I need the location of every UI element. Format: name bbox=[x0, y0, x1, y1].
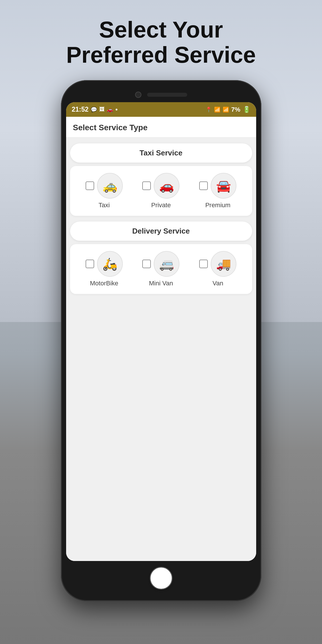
home-button[interactable] bbox=[150, 567, 173, 590]
van-vehicle-circle: 🚚 bbox=[211, 251, 236, 277]
minivan-label: Mini Van bbox=[149, 280, 173, 287]
van-checkbox[interactable] bbox=[199, 260, 208, 268]
status-battery: 7% bbox=[231, 106, 240, 113]
taxi-service-label[interactable]: Taxi Service bbox=[70, 143, 252, 163]
phone-bottom bbox=[150, 561, 173, 592]
phone-top bbox=[66, 89, 256, 102]
motorbike-option: 🛵 MotorBike bbox=[86, 251, 123, 287]
premium-label: Premium bbox=[205, 202, 230, 209]
minivan-option: 🚐 Mini Van bbox=[142, 251, 179, 287]
minivan-vehicle-circle: 🚐 bbox=[154, 251, 179, 277]
van-option-row: 🚚 bbox=[199, 251, 236, 277]
status-icon-chat: 💬 bbox=[91, 106, 97, 113]
premium-vehicle-circle: 🚘 bbox=[211, 173, 236, 199]
status-right: 📍 📶 📶 7% 🔋 bbox=[206, 106, 250, 113]
taxi-label: Taxi bbox=[98, 202, 110, 209]
phone-camera bbox=[135, 92, 141, 98]
page-title-section: Select Your Preferred Service bbox=[0, 17, 322, 68]
taxi-emoji: 🚕 bbox=[102, 179, 117, 193]
status-left: 21:52 💬 🖼 🚗 • bbox=[72, 106, 118, 113]
status-battery-icon: 🔋 bbox=[243, 106, 250, 113]
motorbike-option-row: 🛵 bbox=[86, 251, 123, 277]
motorbike-vehicle-circle: 🛵 bbox=[97, 251, 123, 277]
minivan-emoji: 🚐 bbox=[159, 257, 174, 271]
phone-speaker bbox=[147, 93, 187, 97]
motorbike-checkbox[interactable] bbox=[86, 260, 94, 268]
status-icon-location: 📍 bbox=[206, 106, 212, 113]
delivery-service-section: Delivery Service 🛵 MotorBike bbox=[70, 222, 252, 294]
taxi-option-row: 🚕 bbox=[86, 173, 123, 199]
status-time: 21:52 bbox=[72, 106, 89, 113]
content-area: Taxi Service 🚕 Taxi bbox=[66, 138, 256, 561]
delivery-service-label[interactable]: Delivery Service bbox=[70, 222, 252, 241]
private-label: Private bbox=[151, 202, 171, 209]
delivery-options-card: 🛵 MotorBike 🚐 Mini Van bbox=[70, 244, 252, 294]
private-emoji: 🚗 bbox=[159, 179, 174, 193]
van-label: Van bbox=[212, 280, 223, 287]
taxi-option: 🚕 Taxi bbox=[86, 173, 123, 209]
premium-emoji: 🚘 bbox=[216, 179, 231, 193]
minivan-checkbox[interactable] bbox=[142, 260, 151, 268]
app-header-title: Select Service Type bbox=[73, 123, 249, 132]
phone-frame: 21:52 💬 🖼 🚗 • 📍 📶 📶 7% 🔋 Select Service … bbox=[61, 80, 261, 601]
premium-option: 🚘 Premium bbox=[199, 173, 236, 209]
motorbike-emoji: 🛵 bbox=[102, 257, 117, 271]
page-title: Select Your Preferred Service bbox=[0, 17, 322, 68]
private-option-row: 🚗 bbox=[142, 173, 179, 199]
status-dot: • bbox=[115, 106, 118, 113]
taxi-options-card: 🚕 Taxi 🚗 Private bbox=[70, 166, 252, 216]
van-option: 🚚 Van bbox=[199, 251, 236, 287]
phone-screen: 21:52 💬 🖼 🚗 • 📍 📶 📶 7% 🔋 Select Service … bbox=[66, 102, 256, 561]
motorbike-label: MotorBike bbox=[90, 280, 118, 287]
van-emoji: 🚚 bbox=[216, 257, 231, 271]
minivan-option-row: 🚐 bbox=[142, 251, 179, 277]
status-bar: 21:52 💬 🖼 🚗 • 📍 📶 📶 7% 🔋 bbox=[66, 102, 256, 117]
premium-option-row: 🚘 bbox=[199, 173, 236, 199]
status-icon-image: 🖼 bbox=[99, 106, 104, 112]
status-icon-wifi: 📶 bbox=[214, 106, 220, 113]
taxi-vehicle-circle: 🚕 bbox=[97, 173, 123, 199]
private-vehicle-circle: 🚗 bbox=[154, 173, 179, 199]
premium-checkbox[interactable] bbox=[199, 181, 208, 190]
app-header: Select Service Type bbox=[66, 117, 256, 138]
taxi-service-section: Taxi Service 🚕 Taxi bbox=[70, 143, 252, 216]
private-option: 🚗 Private bbox=[142, 173, 179, 209]
status-icon-car: 🚗 bbox=[107, 106, 113, 113]
taxi-checkbox[interactable] bbox=[86, 181, 94, 190]
private-checkbox[interactable] bbox=[142, 181, 151, 190]
status-icon-signal1: 📶 bbox=[223, 106, 229, 113]
